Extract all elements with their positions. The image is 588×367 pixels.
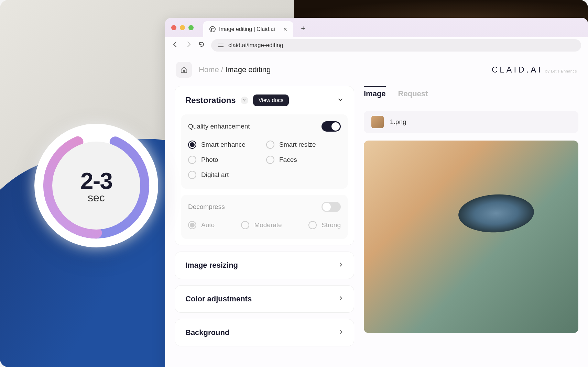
radio-digital-art[interactable]: Digital art	[188, 171, 263, 179]
radio-strong[interactable]: Strong	[308, 221, 341, 229]
radio-auto[interactable]: Auto	[188, 221, 215, 229]
browser-chrome: Image editing | Claid.ai × + claid.ai/im…	[165, 18, 588, 54]
color-adjustments-panel[interactable]: Color adjustments	[175, 285, 354, 313]
tab-request[interactable]: Request	[398, 86, 428, 104]
restorations-panel: Restorations ? View docs Quality enhance…	[175, 86, 354, 245]
url-input[interactable]: claid.ai/image-editing	[211, 39, 581, 52]
breadcrumb-separator: /	[219, 65, 225, 74]
radio-label: Smart enhance	[201, 141, 246, 148]
radio-smart-enhance[interactable]: Smart enhance	[188, 141, 263, 149]
window-controls	[171, 25, 194, 30]
decompress-title: Decompress	[188, 203, 225, 211]
home-button[interactable]	[176, 62, 192, 78]
page-content: Home / Image editing CLAID.AI by Let's E…	[165, 54, 588, 367]
forward-button[interactable]	[185, 41, 192, 50]
radio-icon	[266, 156, 274, 164]
background-panel[interactable]: Background	[175, 319, 354, 346]
logo[interactable]: CLAID.AI by Let's Enhance	[492, 65, 577, 75]
logo-subtitle: by Let's Enhance	[545, 69, 577, 73]
radio-icon	[188, 141, 196, 149]
chevron-right-icon	[338, 262, 344, 269]
tab-favicon-icon	[209, 26, 216, 32]
maximize-window-button[interactable]	[188, 25, 194, 30]
timer-unit: sec	[88, 191, 105, 204]
timer-value: 2-3	[80, 167, 112, 194]
radio-faces[interactable]: Faces	[266, 156, 341, 164]
radio-icon	[241, 221, 249, 229]
preview-image	[364, 141, 578, 333]
radio-smart-resize[interactable]: Smart resize	[266, 141, 341, 149]
settings-panel: Restorations ? View docs Quality enhance…	[175, 86, 354, 367]
address-bar: claid.ai/image-editing	[165, 37, 588, 54]
minimize-window-button[interactable]	[180, 25, 185, 30]
radio-icon	[188, 156, 196, 164]
file-thumbnail	[371, 116, 384, 128]
url-text: claid.ai/image-editing	[228, 42, 283, 49]
home-icon	[180, 66, 188, 74]
page-body: Restorations ? View docs Quality enhance…	[165, 86, 588, 367]
decompress-toggle[interactable]	[322, 202, 341, 212]
radio-icon	[188, 221, 196, 229]
tab-image[interactable]: Image	[364, 86, 386, 104]
radio-icon	[266, 141, 274, 149]
chevron-down-icon	[337, 97, 344, 104]
back-button[interactable]	[172, 41, 179, 50]
radio-label: Photo	[201, 156, 218, 164]
breadcrumb-home[interactable]: Home	[199, 65, 219, 74]
quality-enhancement-toggle[interactable]	[322, 121, 341, 132]
help-icon[interactable]: ?	[241, 97, 248, 104]
chevron-right-icon	[338, 329, 344, 336]
radio-moderate[interactable]: Moderate	[241, 221, 282, 229]
file-selector[interactable]: 1.png	[364, 111, 578, 133]
radio-label: Faces	[279, 156, 297, 164]
preview-tabs: Image Request	[364, 86, 578, 104]
radio-label: Strong	[322, 221, 341, 229]
radio-label: Smart resize	[279, 141, 316, 148]
restorations-title: Restorations	[185, 96, 236, 105]
preview-panel: Image Request 1.png	[364, 86, 578, 367]
radio-label: Auto	[201, 221, 215, 229]
timer-badge: 2-3 sec	[34, 124, 158, 247]
radio-photo[interactable]: Photo	[188, 156, 263, 164]
site-settings-icon[interactable]	[217, 42, 224, 49]
browser-tab[interactable]: Image editing | Claid.ai ×	[203, 21, 293, 37]
radio-icon	[188, 171, 196, 179]
color-adjustments-title: Color adjustments	[185, 294, 252, 303]
quality-enhancement-title: Quality enhancement	[188, 123, 250, 130]
tab-title: Image editing | Claid.ai	[219, 26, 275, 32]
view-docs-button[interactable]: View docs	[253, 94, 289, 106]
reload-button[interactable]	[198, 41, 205, 50]
browser-window: Image editing | Claid.ai × + claid.ai/im…	[165, 18, 588, 367]
breadcrumb: Home / Image editing	[176, 62, 271, 78]
breadcrumb-current: Image editing	[225, 65, 271, 74]
chevron-right-icon	[338, 296, 344, 302]
tab-bar: Image editing | Claid.ai × +	[165, 18, 588, 37]
close-tab-icon[interactable]: ×	[283, 25, 287, 33]
image-resizing-panel[interactable]: Image resizing	[175, 252, 354, 279]
logo-text: CLAID.AI	[492, 65, 543, 75]
radio-label: Digital art	[201, 171, 229, 179]
restorations-header[interactable]: Restorations ? View docs	[175, 86, 354, 114]
new-tab-button[interactable]: +	[297, 23, 309, 34]
decompress-section: Decompress Auto Moderate	[181, 195, 348, 239]
image-resizing-title: Image resizing	[185, 261, 238, 270]
close-window-button[interactable]	[171, 25, 176, 30]
radio-icon	[308, 221, 317, 229]
quality-enhancement-section: Quality enhancement Smart enhance Smart …	[181, 114, 348, 189]
page-header: Home / Image editing CLAID.AI by Let's E…	[165, 54, 588, 86]
background-title: Background	[185, 328, 229, 337]
file-name: 1.png	[390, 118, 406, 126]
radio-label: Moderate	[254, 221, 282, 229]
